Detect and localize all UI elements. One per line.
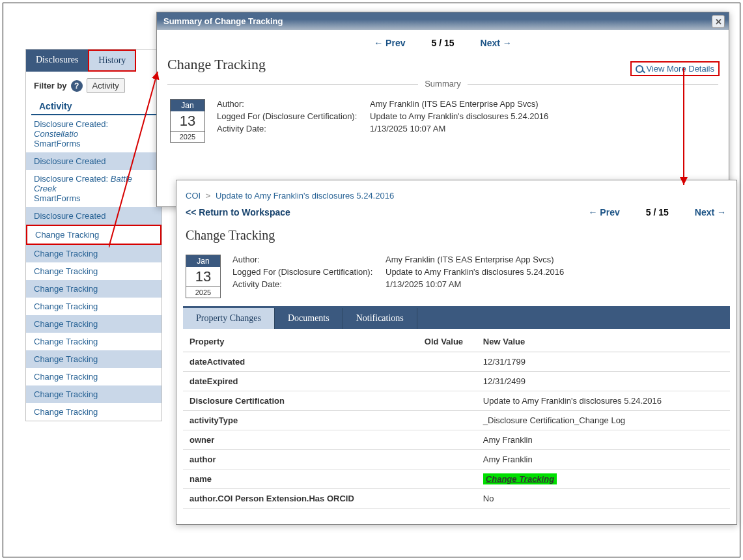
table-row: dateExpired12/31/2499 [183,372,730,391]
table-row: author.COI Person Extension.Has ORCIDNo [183,489,730,509]
activity-item[interactable]: Change Tracking [26,315,161,333]
page-count: 5 / 15 [431,38,454,48]
table-row: nameChange Tracking [183,469,730,489]
detail-sub-tabs: Property Changes Documents Notifications [183,306,730,329]
modal-title: Summary of Change Tracking [163,16,283,26]
tab-notifications[interactable]: Notifications [343,308,417,329]
main-tabs: Disclosures History [26,49,161,72]
view-more-details-link[interactable]: View More Details [630,61,720,76]
detail-heading: Change Tracking [186,228,727,243]
property-changes-table: Property Old Value New Value dateActivat… [183,331,730,509]
table-row: ownerAmy Franklin [183,430,730,450]
table-row: dateActivated12/31/1799 [183,352,730,372]
prev-button[interactable]: ← Prev [588,207,619,217]
summary-modal: Summary of Change Tracking ✕ ← Prev 5 / … [156,12,729,207]
meta-grid: Author: Amy Franklin (ITS EAS Enterprise… [232,255,564,289]
summary-divider: Summary [167,83,718,85]
detail-meta-row: Jan 13 2025 Author: Amy Franklin (ITS EA… [183,252,730,298]
modal-titlebar: Summary of Change Tracking ✕ [157,12,729,30]
activity-item[interactable]: Change Tracking [26,403,161,421]
activity-item[interactable]: Change Tracking [26,225,161,245]
activity-item[interactable]: Change Tracking [26,368,161,385]
breadcrumb: COI > Update to Amy Franklin's disclosur… [183,186,730,206]
activity-item[interactable]: Change Tracking [26,385,161,403]
date-badge: Jan 13 2025 [186,255,221,298]
breadcrumb-root[interactable]: COI [186,191,201,201]
activity-list: Disclosure Created: ConstellatioSmartFor… [26,115,161,421]
magnify-icon [636,65,643,73]
col-old-value: Old Value [418,331,477,352]
activity-item[interactable]: Change Tracking [26,298,161,315]
history-sidebar: Disclosures History Filter by ? Activity… [25,49,162,421]
filter-row: Filter by ? Activity [26,72,161,97]
activity-item[interactable]: Change Tracking [26,333,161,350]
next-button[interactable]: Next → [695,207,726,217]
date-year: 2025 [171,131,204,142]
prev-button[interactable]: ← Prev [374,38,405,48]
activity-item[interactable]: Change Tracking [26,262,161,280]
date-month: Jan [171,100,204,111]
tab-history[interactable]: History [88,49,136,72]
detail-panel: COI > Update to Amy Franklin's disclosur… [176,180,737,525]
page-count: 5 / 15 [646,207,669,217]
table-row: Disclosure CertificationUpdate to Amy Fr… [183,391,730,411]
activity-item[interactable]: Disclosure Created [26,207,161,225]
activity-item[interactable]: Change Tracking [26,280,161,298]
next-button[interactable]: Next → [481,38,512,48]
table-row: authorAmy Franklin [183,450,730,469]
col-property: Property [183,331,418,352]
return-to-workspace-link[interactable]: << Return to Workspace [186,207,290,217]
activity-item[interactable]: Change Tracking [26,245,161,262]
help-icon[interactable]: ? [71,80,83,92]
activity-item[interactable]: Disclosure Created: Battle CreekSmartFor… [26,170,161,207]
activity-item[interactable]: Change Tracking [26,350,161,368]
modal-detail-row: Jan 13 2025 Author: Amy Franklin (ITS EA… [167,96,718,143]
activity-header: Activity [31,97,156,115]
close-icon[interactable]: ✕ [712,15,725,28]
meta-grid: Author: Amy Franklin (ITS EAS Enterprise… [217,99,548,133]
modal-pager: ← Prev 5 / 15 Next → [167,36,718,52]
detail-pager: ← Prev 5 / 15 Next → [588,207,726,217]
table-row: activityType_Disclosure Certification_Ch… [183,411,730,430]
col-new-value: New Value [477,331,730,352]
tab-disclosures[interactable]: Disclosures [26,49,88,72]
activity-item[interactable]: Disclosure Created [26,152,161,170]
filter-label: Filter by [34,81,67,91]
activity-item[interactable]: Disclosure Created: ConstellatioSmartFor… [26,115,161,152]
date-day: 13 [171,111,204,131]
tab-property-changes[interactable]: Property Changes [183,308,275,329]
breadcrumb-current[interactable]: Update to Amy Franklin's disclosures 5.2… [216,191,394,201]
date-badge: Jan 13 2025 [170,99,205,143]
tab-documents[interactable]: Documents [275,308,343,329]
filter-select[interactable]: Activity [87,78,125,93]
